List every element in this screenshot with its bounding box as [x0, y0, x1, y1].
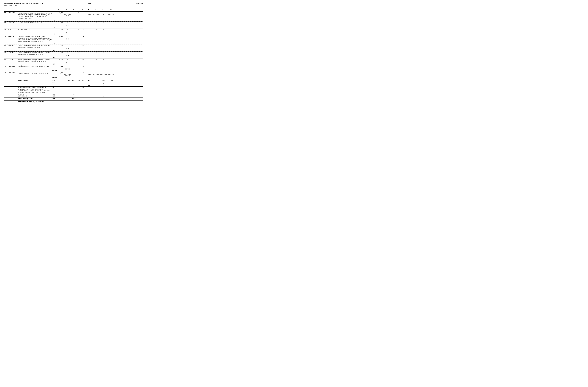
row-col8: 3: [81, 65, 85, 70]
row-number: 43: [4, 59, 8, 63]
table-row: 43С152-568-ШИНЫ АЛЮМИНИЕВЫЕ ПРЯМОУГОЛЬНО…: [4, 58, 143, 63]
row-col5: ---------0,03: [63, 36, 72, 43]
row-col6: -: [72, 65, 76, 70]
col-header-unit: :: [52, 9, 56, 10]
itogo-col12: 10,00: [107, 80, 114, 81]
row-name: -ТРУБЫ ЭЛЕКТРОСВАРНЫЕ Д=18Х1,6: [18, 22, 52, 26]
row-number: 39: [4, 29, 8, 33]
row-col12: ---------: [107, 22, 114, 26]
col-header-12: 12: [107, 9, 114, 10]
table-row: 40С152-179-ПРОВОДА СИЛОВЫЕ ДЛЯ ЭЛЕКТРИЧЕ…: [4, 35, 143, 43]
shefmontazh-unit: РУБ.: [52, 95, 56, 97]
row-number: 41: [4, 45, 8, 49]
normativ-unit: РУБ.: [52, 87, 56, 93]
itogo-col6: 11291: [72, 80, 76, 81]
row-unit: [52, 29, 56, 33]
row-col11: -: [100, 36, 107, 43]
itogo-sub2-row: 29 40: [4, 85, 143, 86]
col-header-11: 11 :: [100, 9, 107, 10]
row-col11: ---------: [100, 45, 107, 49]
row-col7: -: [76, 65, 81, 70]
normativ-col8: 398: [81, 87, 85, 93]
dashes-col9: ---------: [85, 82, 93, 84]
row-col9: -: [85, 36, 93, 43]
row-unit-line: М: [4, 43, 143, 45]
row-code: С152-179: [8, 36, 18, 43]
header-separator: [4, 11, 143, 12]
row-col4: 0,02: [56, 72, 63, 77]
row-name: -ШИНЫ АЛЮМИНИЕВЫЕ ПРЯМОУГОЛЬНОГО СЕЧЕНИЯ…: [18, 52, 52, 56]
row-col8: 48: [81, 59, 85, 63]
itogo-col10: [93, 80, 100, 81]
shefmontazh-row: ШЕФМОНТАЖ О РУБ. ------.-: [4, 95, 143, 97]
row-col5: ---------1,14: [63, 52, 72, 56]
row-col5: ---------0,24: [63, 29, 72, 33]
row-unit: [52, 45, 56, 49]
itogo-col2: [8, 80, 18, 81]
row-col8: 1: [81, 36, 85, 43]
row-number: 37: [4, 12, 8, 19]
dashes-col5: --------: [63, 82, 72, 84]
row-col10: ---------: [93, 45, 100, 49]
header: ПРОГРАММНЫЙ КОМПЛЕКС АВС-3ЕС ( РЕДАКЦИЯ …: [4, 3, 143, 7]
zapchasti-col9-dash: -: [85, 93, 93, 95]
row-col9: -----------: [85, 72, 93, 77]
row-col9: -: [85, 45, 93, 49]
row-col10: -: [93, 59, 100, 63]
row-unit-line: М: [4, 33, 143, 35]
itogo-col5: ----: [63, 80, 72, 81]
row-col11: -: [100, 29, 107, 33]
table-row: 37С151-2178-КАБЕЛИ КОНТРОЛЬНЫЕ С АЛЮМИНИ…: [4, 12, 143, 20]
col-header-2: : 2 :: [8, 9, 18, 10]
row-unit-text: М: [52, 20, 56, 21]
row-col9: -: [85, 59, 93, 63]
row-col12: -----------: [107, 72, 114, 77]
row-col10: -----------: [93, 29, 100, 33]
row-unit-text: 1000ШТ: [52, 77, 56, 79]
col-header-7: 7 :: [76, 9, 81, 10]
row-col6: -: [72, 52, 76, 56]
row-col9: -: [85, 22, 93, 26]
row-col5: ---------289,44: [63, 72, 72, 77]
row-name: -СТОЙКИ=К1151У3 ТУ36-1496-75,ИЗМ НР2-79: [18, 65, 52, 70]
row-col5: ---------337,68: [63, 65, 72, 70]
row-number: 40: [4, 36, 8, 43]
row-number: 42: [4, 52, 8, 56]
itogo-col1: [4, 80, 8, 81]
row-col5: ---------0,63: [63, 12, 72, 19]
itogo-oborud-col6: 12194: [72, 98, 76, 100]
itogo-label: ИТОГО ПО СМЕТЕ: [18, 80, 52, 81]
row-number: 38: [4, 22, 8, 26]
row-col11: -: [100, 65, 107, 70]
row-col11: -: [100, 59, 107, 63]
itogo-dashes-row: РУБ. -------- --------- ---------: [4, 82, 143, 85]
row-col7: -: [76, 45, 81, 49]
row-name: -ШИНЫ АЛЮМИНИЕВЫЕ ПРЯМОУГОЛЬНОГО СЕЧЕНИЯ…: [18, 45, 52, 49]
row-col9: -: [85, 52, 93, 56]
row-col6: -: [72, 45, 76, 49]
row-col10: -: [93, 22, 100, 26]
row-code: 2405-1698: [8, 72, 18, 77]
row-number: 44: [4, 65, 8, 70]
row-col8: 1: [81, 29, 85, 33]
row-code: 2405-1862: [8, 65, 18, 70]
row-col9: -: [85, 29, 93, 33]
row-unit-text: 1000ШТ: [52, 70, 56, 72]
row-unit: [52, 59, 56, 63]
row-col4: 1,00: [56, 29, 63, 33]
row-col12: -: [107, 36, 114, 43]
row-col6: -: [72, 59, 76, 63]
row-name: -ШИНЫ АЛЮМИНИЕВЫЕ ПРЯМОУГОЛЬНОГО СЕЧЕНИЯ…: [18, 59, 52, 63]
row-unit: [52, 22, 56, 26]
row-col10: -: [93, 36, 100, 43]
table-row: 39ТО ЖЕ-ТО ЖЕ,Д=25Х1,61,00---------0,24-…: [4, 28, 143, 33]
row-code: С152-565: [8, 52, 18, 56]
col-header-10: 10 :: [93, 9, 100, 10]
row-unit-text: КГ: [52, 64, 56, 65]
row-unit-line: 1000ШТ: [4, 70, 143, 72]
row-col7: -: [76, 59, 81, 63]
itogo-unit2: РУБ.: [52, 82, 56, 84]
row-col12: ---------: [107, 52, 114, 56]
row-col11: ---------: [100, 52, 107, 56]
row-unit-text: КГ: [52, 57, 56, 58]
